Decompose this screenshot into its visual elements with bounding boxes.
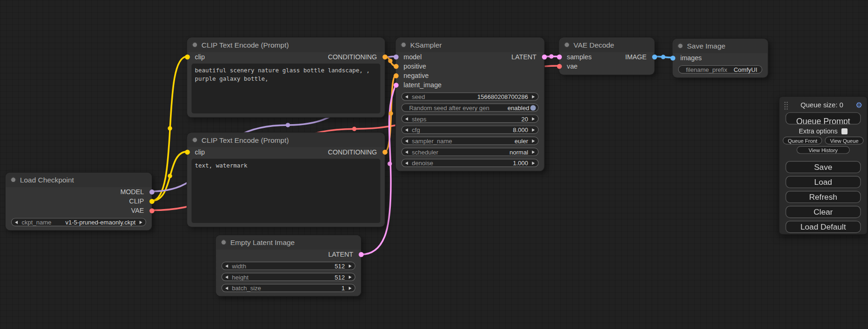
node-clip-text-encode-negative[interactable]: CLIP Text Encode (Prompt) clip CONDITION…	[187, 133, 385, 227]
increment-arrow-icon[interactable]	[349, 264, 352, 267]
image-output-label: IMAGE	[625, 53, 647, 61]
batch-size-widget[interactable]: batch_size 1	[221, 284, 355, 292]
extra-options-row: Extra options	[779, 127, 867, 135]
positive-prompt-textarea[interactable]: beautiful scenery nature glass bottle la…	[191, 63, 380, 113]
node-title: Empty Latent Image	[230, 238, 295, 246]
slot-row: images	[673, 53, 768, 63]
node-ksampler[interactable]: KSampler model LATENT positive negative …	[396, 38, 544, 171]
decrement-arrow-icon[interactable]	[405, 139, 408, 142]
queue-panel-header: Queue size: 0	[779, 100, 867, 110]
slot-row: negative	[396, 71, 544, 80]
node-load-checkpoint[interactable]: Load Checkpoint MODEL CLIP VAE ckpt_name…	[6, 173, 152, 230]
increment-arrow-icon[interactable]	[532, 95, 535, 98]
widget-value: enabled	[508, 104, 529, 111]
ckpt-name-widget[interactable]: ckpt_name v1-5-pruned-emaonly.ckpt	[11, 218, 146, 226]
node-graph-canvas[interactable]: Load Checkpoint MODEL CLIP VAE ckpt_name…	[0, 0, 868, 329]
clip-input-port[interactable]	[184, 54, 190, 59]
model-output-port[interactable]	[149, 189, 155, 194]
conditioning-output-port[interactable]	[382, 149, 388, 154]
random-seed-toggle-widget[interactable]: Random seed after every gen enabled	[402, 104, 539, 112]
image-output-port[interactable]	[652, 54, 657, 59]
decrement-arrow-icon[interactable]	[405, 128, 408, 131]
widget-label: batch_size	[232, 285, 261, 291]
node-header[interactable]: VAE Decode	[559, 38, 654, 52]
decrement-arrow-icon[interactable]	[405, 95, 408, 98]
scheduler-widget[interactable]: scheduler normal	[402, 148, 539, 156]
cfg-widget[interactable]: cfg 8.000	[402, 126, 539, 134]
decrement-arrow-icon[interactable]	[226, 275, 228, 279]
decrement-arrow-icon[interactable]	[405, 150, 408, 154]
decrement-arrow-icon[interactable]	[15, 220, 18, 224]
denoise-widget[interactable]: denoise 1.000	[402, 159, 539, 167]
model-output-label: MODEL	[120, 188, 144, 196]
widget-value: 512	[335, 273, 345, 280]
view-history-button[interactable]: View History	[797, 146, 850, 154]
load-button[interactable]: Load	[785, 176, 861, 188]
increment-arrow-icon[interactable]	[349, 275, 352, 279]
vae-output-port[interactable]	[149, 208, 155, 213]
node-empty-latent-image[interactable]: Empty Latent Image LATENT width 512 heig…	[216, 235, 361, 296]
drag-handle-icon[interactable]	[784, 101, 788, 109]
increment-arrow-icon[interactable]	[532, 150, 535, 154]
latent-output-port[interactable]	[359, 252, 364, 257]
queue-front-button[interactable]: Queue Front	[783, 137, 822, 145]
view-queue-button[interactable]: View Queue	[825, 137, 864, 145]
queue-prompt-button[interactable]: Queue Prompt	[785, 112, 861, 125]
clip-output-port[interactable]	[149, 199, 155, 204]
increment-arrow-icon[interactable]	[532, 128, 535, 131]
node-clip-text-encode-positive[interactable]: CLIP Text Encode (Prompt) clip CONDITION…	[187, 38, 385, 118]
widget-label: steps	[412, 115, 426, 122]
wire-clip-to-negative-prompt	[152, 152, 187, 201]
height-widget[interactable]: height 512	[221, 273, 355, 281]
node-save-image[interactable]: Save Image images filename_prefix ComfyU…	[673, 39, 768, 77]
node-title: CLIP Text Encode (Prompt)	[202, 41, 289, 49]
model-input-label: model	[403, 53, 422, 61]
samples-input-label: samples	[567, 53, 592, 61]
load-default-button[interactable]: Load Default	[785, 221, 861, 233]
node-title: CLIP Text Encode (Prompt)	[202, 136, 289, 144]
latent-output-port[interactable]	[542, 54, 547, 59]
vae-input-port[interactable]	[557, 63, 562, 69]
increment-arrow-icon[interactable]	[532, 139, 535, 142]
seed-widget[interactable]: seed 156680208700286	[402, 92, 539, 101]
model-input-port[interactable]	[393, 54, 398, 59]
history-row: View History	[779, 146, 867, 154]
negative-prompt-textarea[interactable]: text, watermark	[191, 159, 380, 223]
decrement-arrow-icon[interactable]	[405, 117, 408, 120]
increment-arrow-icon[interactable]	[532, 117, 535, 120]
node-status-dot	[11, 177, 16, 182]
refresh-button[interactable]: Refresh	[785, 191, 861, 203]
positive-input-port[interactable]	[393, 63, 398, 69]
extra-options-checkbox[interactable]	[841, 128, 847, 134]
conditioning-output-port[interactable]	[382, 54, 388, 59]
widget-label: ckpt_name	[21, 219, 51, 225]
node-header[interactable]: Load Checkpoint	[6, 173, 152, 187]
increment-arrow-icon[interactable]	[532, 161, 535, 165]
images-input-port[interactable]	[670, 56, 675, 61]
node-header[interactable]: Empty Latent Image	[216, 235, 361, 250]
widget-value: 512	[335, 263, 345, 269]
samples-input-port[interactable]	[557, 54, 562, 59]
clear-button[interactable]: Clear	[785, 206, 861, 218]
filename-prefix-widget[interactable]: filename_prefix ComfyUI	[678, 65, 762, 74]
negative-input-port[interactable]	[393, 73, 398, 78]
sampler-name-widget[interactable]: sampler_name euler	[402, 137, 539, 145]
clip-input-port[interactable]	[184, 149, 190, 154]
node-header[interactable]: Save Image	[673, 39, 768, 53]
width-widget[interactable]: width 512	[221, 262, 355, 270]
increment-arrow-icon[interactable]	[140, 220, 142, 224]
steps-widget[interactable]: steps 20	[402, 114, 539, 123]
toggle-knob[interactable]	[530, 105, 536, 111]
decrement-arrow-icon[interactable]	[405, 161, 408, 165]
increment-arrow-icon[interactable]	[349, 287, 352, 290]
decrement-arrow-icon[interactable]	[226, 287, 228, 290]
node-header[interactable]: CLIP Text Encode (Prompt)	[187, 38, 385, 52]
save-button[interactable]: Save	[785, 161, 861, 173]
node-header[interactable]: CLIP Text Encode (Prompt)	[187, 133, 385, 147]
widget-value: 156680208700286	[477, 93, 528, 100]
settings-gear-icon[interactable]	[855, 101, 862, 109]
node-vae-decode[interactable]: VAE Decode samples IMAGE vae	[559, 38, 654, 75]
latent-image-input-port[interactable]	[393, 83, 398, 88]
decrement-arrow-icon[interactable]	[226, 264, 228, 267]
node-header[interactable]: KSampler	[396, 38, 544, 52]
